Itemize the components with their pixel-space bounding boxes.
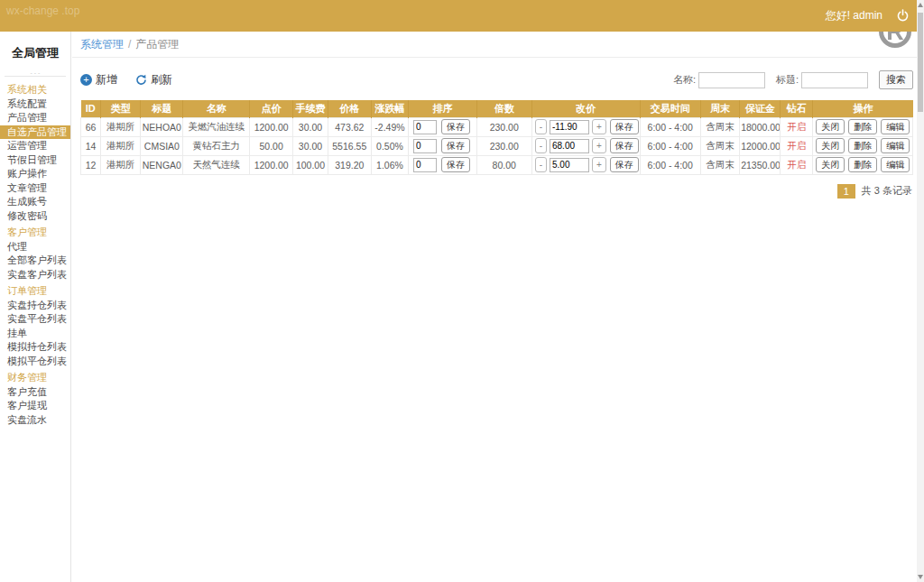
cell-trade-time: 6:00 - 4:00 <box>640 117 700 136</box>
cell-type: 港期所 <box>101 136 141 155</box>
sidebar-item-23[interactable]: 实盘流水 <box>0 413 70 428</box>
edit-button[interactable]: 编辑 <box>881 138 910 153</box>
cell-name: 黄钻石主力 <box>183 136 250 155</box>
sidebar-item-21[interactable]: 客户充值 <box>0 385 70 400</box>
sidebar-item-15[interactable]: 实盘持仓列表 <box>0 299 70 313</box>
sidebar-item-11[interactable]: 代理 <box>0 240 70 254</box>
sidebar-item-5[interactable]: 节假日管理 <box>0 153 70 168</box>
edit-button[interactable]: 编辑 <box>881 157 910 172</box>
cell-title: NENGA0 <box>141 155 183 174</box>
cell-trade-time: 6:00 - 4:00 <box>640 155 700 174</box>
adjust-save-button[interactable]: 保存 <box>610 157 639 172</box>
column-header-14: 钻石 <box>781 100 813 117</box>
adjust-plus-button[interactable]: + <box>592 157 606 172</box>
title-search-input[interactable] <box>801 72 868 88</box>
cell-sort: 保存 <box>409 136 477 155</box>
app-header: wx-change .top 您好! admin <box>0 0 924 32</box>
sidebar-item-19[interactable]: 模拟平仓列表 <box>0 355 70 369</box>
scroll-up-arrow-icon[interactable] <box>918 3 923 7</box>
cell-price-adjust: -+保存 <box>531 155 640 174</box>
sidebar-item-16[interactable]: 实盘平仓列表 <box>0 312 70 327</box>
adjust-plus-button[interactable]: + <box>592 119 606 134</box>
cell-weekend: 含周末 <box>700 117 739 136</box>
column-header-8: 排序 <box>409 100 477 117</box>
scrollbar[interactable] <box>917 0 924 582</box>
add-button-label: 新增 <box>96 72 117 88</box>
name-search-input[interactable] <box>698 72 765 88</box>
cell-price: 5516.55 <box>328 136 371 155</box>
adjust-input[interactable] <box>550 158 589 172</box>
close-button[interactable]: 关闭 <box>816 119 845 134</box>
scrollbar-thumb[interactable] <box>918 13 923 112</box>
sort-input[interactable] <box>413 158 437 172</box>
sidebar-item-13[interactable]: 实盘客户列表 <box>0 268 70 282</box>
sidebar-item-18[interactable]: 模拟持仓列表 <box>0 340 70 355</box>
refresh-button[interactable]: 刷新 <box>135 72 172 88</box>
adjust-input[interactable] <box>550 139 589 153</box>
sort-save-button[interactable]: 保存 <box>441 119 470 134</box>
scroll-down-arrow-icon[interactable] <box>918 575 923 579</box>
adjust-minus-button[interactable]: - <box>535 119 547 134</box>
sidebar-divider: - - - <box>5 69 66 77</box>
sidebar-item-3[interactable]: 自选产品管理 <box>0 125 70 140</box>
adjust-plus-button[interactable]: + <box>592 138 606 153</box>
sidebar-item-7[interactable]: 文章管理 <box>0 181 70 196</box>
sort-save-button[interactable]: 保存 <box>441 138 470 153</box>
cell-point-price: 1200.00 <box>250 155 293 174</box>
brand-text: wx-change .top <box>6 5 79 17</box>
table-header-row: ID类型标题名称点价手续费价格涨跌幅排序倍数改价交易时间周末保证金钻石操作 <box>81 100 913 117</box>
delete-button[interactable]: 删除 <box>848 157 877 172</box>
close-button[interactable]: 关闭 <box>816 138 845 153</box>
sidebar-item-8[interactable]: 生成账号 <box>0 195 70 209</box>
adjust-minus-button[interactable]: - <box>535 138 547 153</box>
column-header-2: 标题 <box>141 100 183 117</box>
table-row: 12港期所NENGA0天然气连续1200.00100.00319.201.06%… <box>81 155 913 174</box>
adjust-minus-button[interactable]: - <box>535 157 547 172</box>
column-header-5: 手续费 <box>293 100 328 117</box>
breadcrumb-current: 产品管理 <box>135 38 179 51</box>
sidebar-item-17[interactable]: 挂单 <box>0 327 70 341</box>
cell-margin: 18000.00 <box>740 117 781 136</box>
breadcrumb-link-system[interactable]: 系统管理 <box>80 38 124 51</box>
pagination: 1 共 3 条记录 <box>72 175 917 199</box>
delete-button[interactable]: 删除 <box>848 119 877 134</box>
delete-button[interactable]: 删除 <box>848 138 877 153</box>
sort-input[interactable] <box>413 120 437 134</box>
sidebar-item-9[interactable]: 修改密码 <box>0 209 70 224</box>
add-button[interactable]: 新增 <box>80 72 117 88</box>
sidebar-item-2[interactable]: 产品管理 <box>0 111 70 125</box>
sidebar-item-4[interactable]: 运营管理 <box>0 139 70 153</box>
search-button[interactable]: 搜索 <box>879 70 913 89</box>
cell-title: CMSIA0 <box>141 136 183 155</box>
cell-sort: 保存 <box>409 117 477 136</box>
close-button[interactable]: 关闭 <box>816 157 845 172</box>
sidebar-section-10: 客户管理 <box>0 226 70 240</box>
adjust-input[interactable] <box>550 120 589 134</box>
sidebar-item-12[interactable]: 全部客户列表 <box>0 254 70 268</box>
cell-change: 0.50% <box>371 136 408 155</box>
adjust-save-button[interactable]: 保存 <box>610 119 639 134</box>
cell-diamond-status: 开启 <box>781 117 813 136</box>
table-wrapper: ID类型标题名称点价手续费价格涨跌幅排序倍数改价交易时间周末保证金钻石操作 66… <box>72 100 917 175</box>
sidebar-item-1[interactable]: 系统配置 <box>0 97 70 112</box>
cell-multiple: 230.00 <box>476 117 531 136</box>
column-header-1: 类型 <box>101 100 141 117</box>
edit-button[interactable]: 编辑 <box>881 119 910 134</box>
sidebar-item-6[interactable]: 账户操作 <box>0 167 70 181</box>
adjust-save-button[interactable]: 保存 <box>610 138 639 153</box>
sort-input[interactable] <box>413 139 437 153</box>
sort-save-button[interactable]: 保存 <box>441 157 470 172</box>
cell-id: 14 <box>81 136 101 155</box>
cell-id: 12 <box>81 155 101 174</box>
cell-margin: 21350.00 <box>740 155 781 174</box>
column-header-13: 保证金 <box>740 100 781 117</box>
cell-price: 473.62 <box>328 117 371 136</box>
cell-fee: 30.00 <box>293 117 328 136</box>
cell-sort: 保存 <box>409 155 477 174</box>
sidebar-item-22[interactable]: 客户提现 <box>0 399 70 413</box>
column-header-11: 交易时间 <box>640 100 700 117</box>
cell-price-adjust: -+保存 <box>531 136 640 155</box>
page-button-1[interactable]: 1 <box>837 184 855 199</box>
logout-power-icon[interactable] <box>896 9 910 23</box>
cell-id: 66 <box>81 117 101 136</box>
